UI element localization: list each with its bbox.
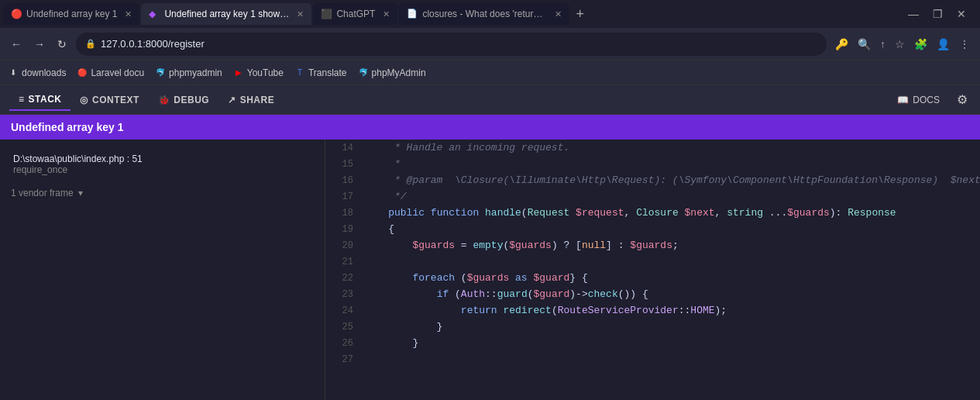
stack-label: STACK (29, 94, 62, 105)
tab-favicon-4: 📄 (407, 9, 418, 19)
bookmark-star-icon[interactable]: ☆ (892, 36, 907, 53)
bookmark-phpmyadmin-2-label: phpMyAdmin (372, 67, 426, 78)
downloads-icon: ⬇ (8, 67, 19, 78)
bookmark-youtube[interactable]: ▶ YouTube (233, 67, 284, 78)
code-line-26: 26 } (325, 335, 980, 351)
url-text: 127.0.0.1:8000/register (101, 38, 817, 50)
share-icon[interactable]: ↑ (878, 36, 888, 53)
bookmark-laravel-label: Laravel docu (91, 67, 144, 78)
minimize-button[interactable]: — (903, 6, 923, 22)
line-code-content: { (364, 222, 980, 236)
debug-tab[interactable]: 🐞 DEBUG (149, 90, 218, 110)
stack-icon: ≡ (19, 94, 25, 105)
bookmarks-bar: ⬇ downloads 🔴 Laravel docu 🐬 phpmyadmin … (0, 60, 980, 85)
main-content: D:\stowaa\public\index.php : 51 require_… (0, 140, 980, 400)
tab-favicon-3: ⬛ (321, 9, 332, 19)
translate-icon: T (294, 67, 305, 78)
stack-func: require_once (13, 164, 314, 175)
maximize-button[interactable]: ❐ (928, 6, 947, 22)
stack-item-index[interactable]: D:\stowaa\public\index.php : 51 require_… (0, 147, 325, 181)
tab-favicon-2: ◆ (149, 9, 160, 19)
tab-title-4: closures - What does 'return $ne... (422, 9, 547, 19)
phpmyadmin-icon-2: 🐬 (358, 67, 369, 78)
line-code-content: * @param \Closure(\Illuminate\Http\Reque… (364, 173, 980, 188)
tab-close-4[interactable]: ✕ (555, 9, 562, 19)
line-number: 23 (325, 288, 364, 302)
line-number: 24 (325, 304, 364, 318)
code-line-17: 17 */ (325, 188, 980, 205)
tab-close-1[interactable]: ✕ (125, 9, 132, 19)
toolbar: ≡ STACK ◎ CONTEXT 🐞 DEBUG ↗ SHARE 📖 DOCS… (0, 85, 980, 115)
bookmark-translate[interactable]: T Translate (294, 67, 347, 78)
context-icon: ◎ (80, 95, 88, 105)
line-code-content: $guards = empty($guards) ? [null] : $gua… (364, 238, 980, 253)
browser-menu-icon[interactable]: ⋮ (957, 36, 972, 53)
code-line-22: 22 foreach ($guards as $guard} { (325, 270, 980, 286)
tab-active[interactable]: ◆ Undefined array key 1 show whe... ✕ (141, 3, 311, 25)
close-window-button[interactable]: ✕ (952, 6, 971, 22)
code-panel[interactable]: 14 * Handle an incoming request.15 *16 *… (325, 140, 980, 400)
docs-button[interactable]: 📖 DOCS (889, 91, 947, 109)
bookmark-phpmyadmin-1[interactable]: 🐬 phpmyadmin (155, 67, 222, 78)
url-bar[interactable]: 🔒 127.0.0.1:8000/register (76, 33, 827, 56)
new-tab-button[interactable]: + (571, 6, 589, 22)
code-line-19: 19 { (325, 221, 980, 237)
line-code-content: foreach ($guards as $guard} { (364, 271, 980, 285)
code-line-15: 15 * (325, 156, 980, 172)
laravel-icon: 🔴 (77, 67, 88, 78)
tab-closures[interactable]: 📄 closures - What does 'return $ne... ✕ (399, 3, 569, 25)
vendor-frames-chevron: ▾ (78, 188, 83, 198)
line-number: 26 (325, 336, 364, 350)
line-number: 22 (325, 271, 364, 285)
bookmark-phpmyadmin-2[interactable]: 🐬 phpMyAdmin (358, 67, 426, 78)
code-line-21: 21 (325, 253, 980, 270)
bookmark-phpmyadmin-1-label: phpmyadmin (169, 67, 222, 78)
settings-icon[interactable]: ⚙ (954, 89, 971, 110)
code-line-14: 14 * Handle an incoming request. (325, 140, 980, 156)
toolbar-right: 📖 DOCS ⚙ (889, 89, 971, 110)
context-tab[interactable]: ◎ CONTEXT (70, 90, 148, 110)
line-number: 16 (325, 174, 364, 188)
debug-icon: 🐞 (158, 95, 170, 105)
line-code-content: } (364, 319, 980, 334)
code-line-27: 27 (325, 351, 980, 367)
line-number: 17 (325, 190, 364, 204)
tab-undefined-array-key[interactable]: 🔴 Undefined array key 1 ✕ (3, 3, 139, 25)
code-line-18: 18 public function handle(Request $reque… (325, 205, 980, 221)
tab-title-1: Undefined array key 1 (26, 9, 117, 19)
tab-chatgpt[interactable]: ⬛ ChatGPT ✕ (313, 3, 397, 25)
tab-favicon-1: 🔴 (11, 9, 22, 19)
window-controls: — ❐ ✕ (903, 6, 977, 22)
bookmark-downloads-label: downloads (22, 67, 66, 78)
key-icon[interactable]: 🔑 (833, 36, 851, 53)
forward-button[interactable]: → (31, 35, 48, 53)
line-number: 18 (325, 206, 364, 220)
code-line-20: 20 $guards = empty($guards) ? [null] : $… (325, 237, 980, 253)
reload-button[interactable]: ↻ (54, 35, 70, 53)
tab-close-2[interactable]: ✕ (297, 9, 304, 19)
profile-icon[interactable]: 👤 (934, 36, 952, 53)
youtube-icon: ▶ (233, 67, 244, 78)
back-button[interactable]: ← (8, 35, 25, 53)
bookmark-laravel[interactable]: 🔴 Laravel docu (77, 67, 144, 78)
line-number: 14 (325, 141, 364, 155)
zoom-icon[interactable]: 🔍 (855, 36, 873, 53)
share-label: SHARE (240, 95, 275, 105)
vendor-frames-toggle[interactable]: 1 vendor frame ▾ (0, 181, 325, 205)
code-line-25: 25 } (325, 319, 980, 335)
line-code-content: public function handle(Request $request,… (364, 205, 980, 220)
extensions-puzzle-icon[interactable]: 🧩 (912, 36, 930, 53)
line-number: 15 (325, 157, 364, 171)
tab-bar: 🔴 Undefined array key 1 ✕ ◆ Undefined ar… (0, 0, 980, 28)
stack-tab[interactable]: ≡ STACK (9, 89, 70, 111)
line-code-content (364, 352, 980, 367)
line-number: 20 (325, 239, 364, 253)
line-code-content: } (364, 336, 980, 350)
line-code-content: if (Auth::guard($guard)->check()) { (364, 287, 980, 302)
line-code-content: return redirect(RouteServiceProvider::HO… (364, 303, 980, 318)
bookmark-downloads[interactable]: ⬇ downloads (8, 67, 66, 78)
error-title: Undefined array key 1 (0, 115, 980, 140)
tab-close-3[interactable]: ✕ (383, 9, 390, 19)
share-tab[interactable]: ↗ SHARE (218, 90, 284, 110)
line-number: 19 (325, 222, 364, 236)
